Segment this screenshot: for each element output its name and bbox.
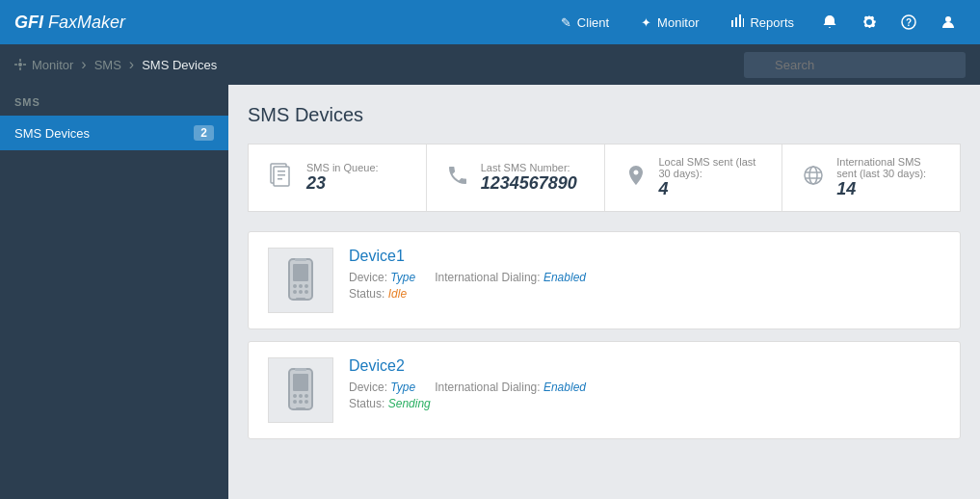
svg-rect-35 [295,258,306,261]
device-2-device-label: Device: [349,381,387,394]
svg-rect-27 [293,264,308,281]
svg-text:?: ? [906,17,912,28]
svg-point-6 [945,16,951,22]
svg-rect-0 [731,20,733,27]
app-logo: GFI FaxMaker [14,13,547,33]
breadcrumb-sms-label: SMS [94,58,121,72]
device-1-device-label: Device: [349,271,387,284]
device-2-info: Device2 Device: Type International Diali… [349,357,586,413]
svg-point-22 [805,167,822,184]
device-1-status-label: Status: [349,287,384,301]
search-input[interactable] [744,52,966,78]
device-1-intl-label: International Dialing: [435,271,540,284]
settings-button[interactable] [852,7,887,38]
stat-last-sms-text: Last SMS Number: 1234567890 [481,162,577,194]
globe-icon [802,164,825,193]
stat-last-sms-label: Last SMS Number: [481,162,577,173]
content-area: SMS Devices [228,85,980,499]
svg-point-39 [299,394,303,398]
svg-point-38 [293,394,297,398]
top-nav: GFI FaxMaker ✎ Client ✦ Monitor Reports … [0,0,980,44]
monitor-icon: ✦ [641,15,651,30]
device-2-status-row: Status: Sending [349,397,586,410]
sidebar-item-sms-devices-label: SMS Devices [14,126,90,141]
device-1-info: Device1 Device: Type International Diali… [349,248,586,303]
svg-rect-1 [735,17,737,27]
svg-point-42 [299,400,303,404]
breadcrumb-bar: Monitor › SMS › SMS Devices [0,44,980,85]
svg-point-43 [305,400,308,404]
nav-reports[interactable]: Reports [717,7,808,39]
nav-links: ✎ Client ✦ Monitor Reports ? [547,7,966,39]
device-2-device-value: Type [390,381,415,394]
notifications-button[interactable] [812,7,847,38]
svg-point-7 [18,63,22,66]
svg-point-41 [293,400,297,404]
svg-rect-19 [278,171,285,172]
svg-point-29 [299,284,303,288]
svg-point-23 [809,167,817,184]
device-2-status-value: Sending [388,397,431,410]
stat-queue-value: 23 [306,173,326,193]
phone-icon [446,164,469,193]
stat-intl-sms-label: International SMS sent (last 30 days): [836,156,940,179]
breadcrumb-sep-1: › [81,56,86,73]
stat-queue-label: SMS in Queue: [306,162,379,173]
stat-intl-sms-text: International SMS sent (last 30 days): 1… [836,156,940,199]
nav-monitor-label: Monitor [657,15,699,30]
svg-point-28 [293,284,297,288]
svg-rect-21 [278,178,282,180]
device-1-icon-box [268,248,333,313]
sidebar-item-sms-devices[interactable]: SMS Devices 2 [0,116,228,150]
breadcrumb-sep-2: › [129,56,134,73]
svg-rect-2 [739,14,741,27]
stat-sms-queue: SMS in Queue: 23 [249,144,427,211]
device-2-type-row: Device: Type International Dialing: Enab… [349,381,586,394]
svg-rect-34 [296,298,305,301]
stat-local-sms-text: Local SMS sent (last 30 days): 4 [659,156,763,199]
stat-intl-sms-value: 14 [836,179,856,198]
stat-local-sms-value: 4 [659,179,669,198]
user-button[interactable] [931,7,966,38]
page-title: SMS Devices [248,104,961,126]
device-2-name: Device2 [349,357,586,375]
device-2-status-label: Status: [349,397,384,410]
nav-monitor[interactable]: ✦ Monitor [627,8,712,38]
queue-icon [268,162,295,195]
breadcrumb-sms-devices[interactable]: SMS Devices [142,58,217,72]
nav-reports-label: Reports [750,15,794,30]
breadcrumb-sms-devices-label: SMS Devices [142,58,217,72]
device-2-icon-box [268,357,333,423]
svg-rect-18 [274,167,289,186]
stat-intl-sms: International SMS sent (last 30 days): 1… [782,144,960,211]
breadcrumb-sms[interactable]: SMS [94,58,121,72]
nav-client-label: Client [577,15,609,30]
device-card-1[interactable]: Device1 Device: Type International Diali… [248,231,961,329]
svg-point-30 [305,284,308,288]
device-1-type-row: Device: Type International Dialing: Enab… [349,271,586,284]
breadcrumb-monitor[interactable]: Monitor [14,58,73,72]
help-button[interactable]: ? [891,7,926,38]
nav-client[interactable]: ✎ Client [547,8,622,38]
svg-point-32 [299,290,303,294]
sms-devices-badge: 2 [194,125,214,141]
stat-last-sms-value: 1234567890 [481,173,577,193]
device-1-name: Device1 [349,248,586,265]
device-2-intl-label: International Dialing: [435,381,540,394]
reports-icon [730,14,744,31]
search-wrapper [744,52,966,78]
device-2-intl-value: Enabled [543,381,586,394]
svg-point-31 [293,290,297,294]
sidebar-section-sms: SMS [0,85,228,116]
svg-point-33 [305,290,308,294]
stat-local-sms-label: Local SMS sent (last 30 days): [659,156,763,179]
device-1-device-value: Type [390,271,415,284]
breadcrumb-monitor-label: Monitor [32,58,73,72]
svg-rect-3 [743,18,744,27]
svg-point-40 [305,394,308,398]
svg-rect-20 [278,174,285,176]
stat-local-sms: Local SMS sent (last 30 days): 4 [605,144,783,211]
svg-rect-37 [293,374,308,391]
device-1-status-row: Status: Idle [349,287,586,301]
device-card-2[interactable]: Device2 Device: Type International Diali… [248,341,961,439]
